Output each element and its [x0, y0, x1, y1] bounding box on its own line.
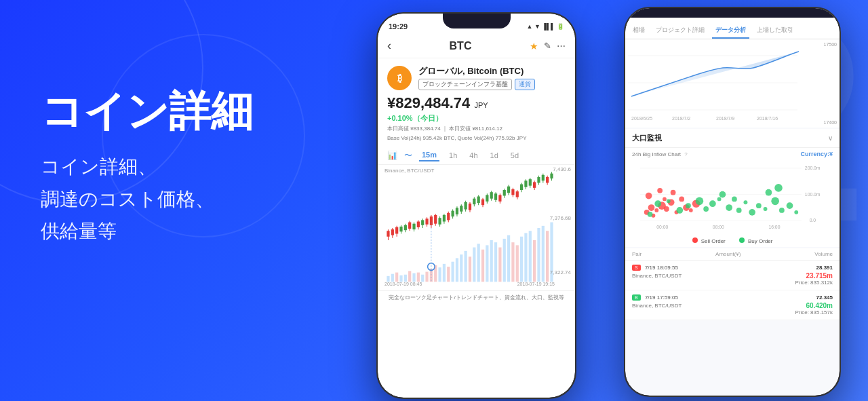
- svg-rect-94: [503, 190, 506, 195]
- line-icon[interactable]: 〜: [404, 150, 412, 161]
- svg-rect-88: [490, 192, 493, 199]
- svg-rect-34: [533, 240, 536, 282]
- buy-label: Buy Order: [748, 238, 772, 244]
- svg-point-162: [744, 200, 748, 204]
- svg-rect-84: [481, 199, 484, 205]
- svg-point-149: [646, 193, 652, 199]
- col-volume: Volume: [814, 251, 833, 257]
- svg-point-143: [679, 197, 684, 202]
- svg-rect-21: [477, 244, 480, 282]
- chart-date-start: 2018-07-19 08:45: [384, 282, 422, 286]
- monitor-section: 大口監視 ∨ 24h Big Inflow Chart ? Currency:¥…: [625, 129, 840, 247]
- trade-item-1-header: S 7/19 18:09:55 28.391: [632, 265, 833, 271]
- trade-2-volume: 72.345: [816, 294, 833, 301]
- monitor-title: 大口監視: [632, 133, 662, 143]
- svg-point-158: [709, 200, 716, 207]
- tf-5d[interactable]: 5d: [508, 150, 521, 161]
- trade-2-date: B 7/19 17:59:05: [632, 294, 678, 301]
- monitor-expand-icon[interactable]: ∨: [828, 134, 833, 142]
- svg-point-173: [774, 184, 783, 192]
- svg-rect-26: [498, 248, 501, 282]
- svg-point-148: [663, 197, 667, 202]
- tab-exchange[interactable]: 上場した取引: [753, 23, 797, 39]
- status-time: 19:29: [389, 22, 408, 31]
- svg-point-170: [719, 191, 726, 198]
- inflow-header: 24h Big Inflow Chart ? Currency:¥: [625, 148, 840, 160]
- svg-point-140: [664, 206, 669, 212]
- svg-rect-9: [425, 272, 428, 282]
- svg-rect-90: [494, 193, 497, 200]
- svg-rect-24: [490, 240, 493, 282]
- svg-rect-3: [399, 275, 402, 282]
- coin-name: グローバル, Bitcoin (BTC): [418, 65, 566, 77]
- sell-label: Sell Order: [701, 238, 726, 244]
- chart-label-17400: 17400: [824, 120, 837, 125]
- svg-text:200.0m: 200.0m: [805, 166, 821, 170]
- svg-rect-1: [391, 274, 394, 282]
- svg-text:0.0: 0.0: [810, 218, 816, 223]
- nav-title: BTC: [450, 40, 472, 52]
- tab-data-analysis[interactable]: データ分析: [712, 23, 749, 39]
- svg-rect-104: [524, 180, 527, 187]
- svg-point-153: [667, 199, 671, 203]
- svg-rect-58: [425, 218, 428, 224]
- nav-icon-group: ★ ✎ ⋯: [530, 41, 566, 52]
- status-icons: ▲ ▼ ▐▌▌ 🔋: [527, 23, 564, 30]
- svg-rect-98: [511, 189, 514, 195]
- tab-market[interactable]: 相場: [629, 23, 648, 39]
- tf-15m[interactable]: 15m: [419, 149, 439, 161]
- trade-2-pair: Binance, BTC/USDT: [632, 303, 682, 309]
- svg-text:2018/7/2: 2018/7/2: [672, 116, 690, 121]
- svg-rect-18: [465, 251, 467, 282]
- svg-rect-5: [408, 271, 411, 282]
- svg-rect-110: [537, 177, 540, 183]
- svg-rect-100: [516, 191, 519, 197]
- subtitle-line3: 供給量等: [41, 215, 253, 248]
- star-icon[interactable]: ★: [530, 41, 538, 52]
- svg-point-137: [654, 208, 658, 212]
- tf-1d[interactable]: 1d: [488, 150, 501, 161]
- trade-list-header: Pair Amount(¥) Volume: [625, 248, 840, 261]
- coin-tags: ブロックチェーンインフラ基盤 通貨: [418, 79, 566, 90]
- svg-rect-4: [404, 275, 407, 282]
- tf-4h[interactable]: 4h: [467, 150, 480, 161]
- svg-rect-30: [516, 245, 519, 282]
- svg-text:2018/6/25: 2018/6/25: [631, 116, 652, 121]
- svg-rect-36: [542, 226, 545, 282]
- svg-point-150: [657, 188, 663, 193]
- svg-point-136: [648, 204, 655, 211]
- right-chart-labels: 17500 17400: [824, 39, 837, 128]
- tf-1h[interactable]: 1h: [446, 150, 460, 161]
- trade-1-pair: Binance, BTC/USDT: [632, 273, 682, 279]
- trade-2-amount: 60.420m: [806, 302, 833, 309]
- price-amount: ¥829,484.74: [387, 94, 470, 111]
- svg-point-168: [787, 202, 793, 209]
- svg-point-156: [696, 197, 704, 206]
- svg-text:00:00: 00:00: [656, 225, 668, 229]
- phone-shell-right: 相場 プロジェクト詳細 データ分析 上場した取引 17500 17400 201…: [624, 7, 841, 397]
- trade-item-2-header: B 7/19 17:59:05 72.345: [632, 294, 833, 301]
- svg-point-163: [749, 209, 755, 216]
- share-icon[interactable]: ⋯: [557, 41, 566, 51]
- svg-point-172: [766, 189, 772, 196]
- svg-rect-56: [421, 220, 424, 225]
- svg-rect-106: [529, 179, 532, 186]
- phone-notch: [443, 14, 511, 28]
- chart-area: Binance, BTC/USDT 7,430.6 7,376.68 7,322…: [378, 165, 575, 290]
- back-button[interactable]: ‹: [387, 39, 391, 53]
- chart-price-mid: 7,376.68: [550, 215, 571, 221]
- svg-rect-13: [443, 264, 446, 282]
- price-change: +0.10%（今日）: [387, 113, 566, 123]
- svg-point-155: [686, 203, 691, 208]
- chart-icon[interactable]: 📊: [387, 151, 397, 160]
- svg-rect-23: [486, 245, 488, 282]
- tab-project[interactable]: プロジェクト詳細: [652, 23, 708, 39]
- svg-rect-62: [434, 215, 437, 224]
- svg-rect-66: [443, 215, 446, 222]
- svg-rect-15: [452, 262, 454, 282]
- svg-rect-64: [438, 218, 441, 225]
- edit-icon[interactable]: ✎: [544, 41, 551, 51]
- sell-legend: Sell Order: [692, 237, 726, 244]
- svg-point-147: [671, 190, 676, 195]
- info-icon: ?: [684, 151, 687, 157]
